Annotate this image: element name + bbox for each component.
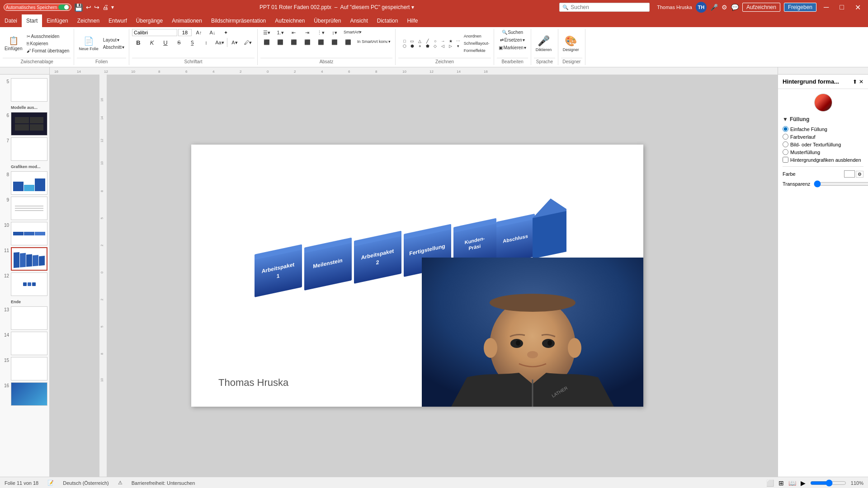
checkbox-hintergrundgrafiken[interactable]: Hintergrundgrafiken ausblenden	[783, 157, 863, 163]
panel-close-button[interactable]: ✕	[859, 79, 863, 85]
slide-thumb-16[interactable]: 16	[2, 382, 47, 406]
slide-thumb-6[interactable]: 6	[2, 112, 47, 136]
strikethrough-button[interactable]: S	[173, 39, 185, 46]
clear-format-button[interactable]: ✦	[220, 29, 232, 36]
schnelllayout-button[interactable]: Schnelllayout-	[462, 40, 491, 47]
slide-thumb-13[interactable]: 13	[2, 306, 47, 330]
slide-img-9[interactable]	[11, 197, 47, 220]
autosave-switch[interactable]	[58, 5, 69, 10]
accessibility[interactable]: Barrierefreiheit: Untersuchen	[132, 480, 195, 486]
share-button[interactable]: Freigeben	[784, 3, 816, 12]
convert-smartart-button[interactable]: In SmartArt konv.▾	[355, 38, 392, 46]
slide-img-13[interactable]	[11, 306, 47, 330]
tab-start[interactable]: Start	[22, 14, 42, 27]
layout-button[interactable]: Layout ▾	[101, 37, 126, 43]
smartart-button[interactable]: SmartArt▾	[342, 29, 364, 37]
step-6[interactable]: Abschluss	[496, 214, 535, 265]
align-center-button[interactable]: ⬛	[274, 38, 287, 46]
designer-button[interactable]: 🎨 Designer	[561, 34, 581, 53]
reading-view-button[interactable]: 📖	[788, 479, 796, 487]
save-icon[interactable]: 💾	[74, 3, 83, 12]
comments-icon[interactable]: 💬	[731, 4, 739, 11]
col-button[interactable]: ⋮▾	[315, 29, 327, 37]
user-avatar[interactable]: TH	[696, 2, 707, 13]
slide-img-5[interactable]	[11, 78, 47, 102]
undo-icon[interactable]: ↩	[86, 4, 91, 11]
slide-img-7[interactable]	[11, 137, 47, 161]
ersetzen-button[interactable]: ⇄ Ersetzen ▾	[498, 37, 526, 43]
slide-thumb-10[interactable]: 10	[2, 222, 47, 245]
radio-einfache-input[interactable]	[783, 126, 788, 132]
ausschneiden-button[interactable]: ✂ Ausschneiden	[25, 33, 71, 40]
slide-img-14[interactable]	[11, 332, 47, 355]
slide-thumb-9[interactable]: 9	[2, 197, 47, 220]
tab-datei[interactable]: Datei	[0, 14, 22, 27]
tab-einfuegen[interactable]: Einfügen	[42, 14, 72, 27]
slide-img-6[interactable]	[11, 112, 47, 136]
dictation-icon[interactable]: 🎤	[710, 4, 718, 11]
shadow-button[interactable]: S̲	[186, 39, 199, 47]
slide-thumb-12[interactable]: 12	[2, 272, 47, 296]
redo-icon[interactable]: ↪	[94, 4, 99, 11]
diktieren-button[interactable]: 🎤 Diktieren	[534, 34, 554, 53]
panel-collapse-button[interactable]: ⬆	[853, 79, 857, 85]
font-increase-button[interactable]: A↑	[193, 29, 205, 36]
step-2[interactable]: Meilenstein	[304, 238, 352, 291]
markieren-button[interactable]: ▣ Markieren ▾	[497, 44, 528, 51]
slide-sorter-button[interactable]: ⊞	[778, 479, 784, 487]
line-spacing-button[interactable]: ↕▾	[328, 29, 341, 37]
slide-thumb-14[interactable]: 14	[2, 332, 47, 355]
slide-thumb-15[interactable]: 15	[2, 357, 47, 380]
restore-button[interactable]: □	[836, 2, 848, 12]
case-button[interactable]: Aa▾	[213, 39, 226, 47]
search-bar[interactable]: 🔍	[559, 3, 650, 12]
record-button[interactable]: Aufzeichnen	[742, 3, 780, 12]
underline-button[interactable]: U	[159, 38, 172, 47]
radio-farbverlauf-input[interactable]	[783, 134, 788, 140]
formeffekte-button[interactable]: Formeffekte	[462, 47, 491, 54]
tab-uebergaenge[interactable]: Übergänge	[132, 14, 167, 27]
zoom-slider[interactable]	[810, 479, 846, 487]
slide-thumb-5[interactable]: 5	[2, 78, 47, 102]
tab-aufzeichnen[interactable]: Aufzeichnen	[270, 14, 309, 27]
tab-zeichnen[interactable]: Zeichnen	[73, 14, 104, 27]
indent-increase-button[interactable]: ⇥	[301, 29, 314, 37]
step-1[interactable]: Arbeitspaket 1	[255, 244, 302, 297]
tab-hilfe[interactable]: Hilfe	[402, 14, 422, 27]
radio-bild[interactable]: Bild- oder Texturfüllung	[783, 141, 863, 147]
font-decrease-button[interactable]: A↓	[206, 29, 219, 36]
spacing-button[interactable]: ↕	[200, 39, 212, 46]
color-expand-button[interactable]: ⚙	[856, 171, 863, 178]
slide-img-15[interactable]	[11, 357, 47, 380]
font-size-input[interactable]	[178, 29, 192, 36]
slide-thumb-7[interactable]: 7	[2, 137, 47, 161]
tab-bildschirm[interactable]: Bildschirmpräsentation	[207, 14, 270, 27]
slide-thumb-11[interactable]: 11	[2, 247, 47, 271]
kopieren-button[interactable]: ⎘ Kopieren	[25, 40, 71, 47]
search-input[interactable]	[571, 4, 646, 10]
transparenz-slider[interactable]	[814, 180, 868, 188]
location-dropdown[interactable]: ▾	[411, 4, 414, 10]
print-icon[interactable]: 🖨	[102, 4, 108, 11]
step-3[interactable]: Arbeitspaket 2	[354, 231, 401, 284]
align-columns-button[interactable]: ⬛	[315, 38, 327, 46]
bold-button[interactable]: B	[132, 38, 145, 47]
close-button[interactable]: ✕	[851, 2, 864, 13]
tab-dictation[interactable]: Dictation	[373, 14, 403, 27]
tab-entwurf[interactable]: Entwurf	[104, 14, 132, 27]
format-button[interactable]: 🖌 Format übertragen	[25, 47, 71, 54]
autosave-toggle[interactable]: Automatisches Speichern	[4, 4, 71, 11]
minimize-button[interactable]: ─	[820, 2, 832, 12]
checkbox-hintergrund-input[interactable]	[783, 157, 788, 163]
abschnitt-button[interactable]: Abschnitt ▾	[101, 44, 126, 51]
radio-farbverlauf[interactable]: Farbverlauf	[783, 134, 863, 140]
normal-view-button[interactable]: ⬜	[766, 479, 774, 487]
suchen-button[interactable]: 🔍 Suchen	[500, 29, 525, 36]
anordnen-button[interactable]: Anordnen	[462, 33, 491, 39]
tab-animationen[interactable]: Animationen	[167, 14, 207, 27]
color-swatch[interactable]	[844, 170, 855, 178]
indent-decrease-button[interactable]: ⇤	[288, 29, 300, 37]
tab-ansicht[interactable]: Ansicht	[345, 14, 372, 27]
slide-thumb-8[interactable]: 8	[2, 171, 47, 195]
list-bullet-button[interactable]: ☰▾	[260, 29, 273, 37]
